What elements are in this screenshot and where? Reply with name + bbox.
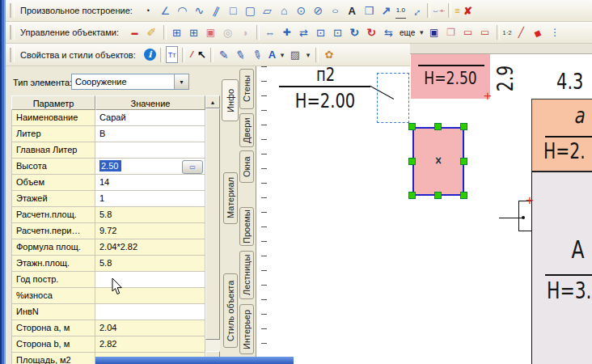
selection-handle[interactable]	[434, 123, 442, 130]
delete-draft-icon[interactable]: ✘	[463, 3, 473, 19]
value-cell[interactable]: 14	[95, 175, 205, 191]
mirror-object-icon[interactable]: ⇄	[296, 25, 311, 40]
rounded-rectangle-tool-icon[interactable]: ▢	[243, 3, 258, 19]
region-tool-icon[interactable]: ❒	[362, 3, 377, 19]
navy-square-icon[interactable]: ▣	[426, 25, 442, 40]
value-cell[interactable]	[95, 304, 205, 320]
selection-handle[interactable]	[460, 158, 467, 165]
polygon-tool-icon[interactable]: ⌂	[277, 3, 292, 19]
rotate-icon[interactable]: ↻	[347, 25, 362, 40]
arrow-tool-icon[interactable]: ↗	[378, 3, 394, 19]
tab-material[interactable]: Материал	[223, 172, 238, 224]
height-input-button[interactable]: ▭	[182, 160, 203, 174]
tab-okna[interactable]: Окна	[239, 150, 254, 183]
tab-proemy[interactable]: Проемы	[239, 207, 254, 246]
curve-tool-icon[interactable]: ∿	[192, 3, 207, 19]
merge-right-icon[interactable]: ⊞	[186, 25, 201, 40]
hatch-style-icon[interactable]: ▨	[287, 47, 302, 62]
pencil-style-icon[interactable]: ✎	[216, 47, 231, 62]
info-icon[interactable]: i	[144, 49, 156, 61]
arc-tool-icon[interactable]: ◠	[175, 3, 190, 19]
select-frame-icon[interactable]: ⊡	[313, 25, 328, 40]
combobox-dropdown-icon[interactable]: ▼	[174, 74, 188, 89]
more-dropdown-icon[interactable]: ▾	[418, 25, 425, 40]
length-tool-icon[interactable]: ▬	[127, 25, 142, 40]
circles-gray2-icon[interactable]: ◑	[237, 25, 252, 40]
tab-label: Проемы	[242, 210, 252, 243]
dashed-rect2-icon[interactable]: ▭	[477, 25, 493, 40]
element-type-combobox[interactable]: Сооружение ▼	[71, 74, 189, 90]
table-scrollbar[interactable]: ▲ ▼	[205, 95, 220, 364]
merge-left-icon[interactable]: ⊞	[169, 25, 184, 40]
circle-center-tool-icon[interactable]: ⊙	[294, 3, 309, 19]
swap-icon[interactable]: ⇆	[381, 25, 396, 40]
value-cell[interactable]: 5.8	[95, 207, 205, 223]
value-cell[interactable]: 9.72	[95, 223, 205, 239]
rectangle-tool-icon[interactable]: □	[226, 3, 241, 19]
panel-splitter[interactable]	[256, 66, 258, 364]
select-frame2-icon[interactable]: ⊡	[330, 25, 345, 40]
polyline-tool-icon[interactable]: ∠	[158, 3, 173, 19]
building-object-big-a[interactable]	[531, 171, 592, 364]
toolbar-grip[interactable]	[10, 25, 15, 40]
value-cell-selected[interactable]: 2.50 ▭	[95, 159, 205, 175]
scrollbar-thumb[interactable]	[205, 108, 220, 340]
font-style-dropdown-icon[interactable]: ▾	[278, 47, 285, 62]
clipped-icon[interactable]: ⋮	[548, 25, 563, 40]
value-cell[interactable]: В	[95, 126, 205, 142]
pick-style-cursor-icon[interactable]: ↖	[197, 47, 206, 62]
resize-tool-icon[interactable]: ↔	[404, 0, 426, 21]
selection-handle[interactable]	[408, 192, 416, 199]
overlap-rects-icon[interactable]: ❐	[443, 25, 459, 40]
hatch-style-dropdown-icon[interactable]: ▾	[304, 47, 311, 62]
ruler-icon[interactable]: ✐	[144, 25, 159, 40]
value-cell[interactable]	[95, 142, 205, 159]
numbering-icon[interactable]: 1·2	[502, 25, 512, 40]
tab-interer[interactable]: Интерьер	[239, 304, 254, 354]
selection-handle[interactable]	[434, 192, 442, 199]
parallel-lines-tool-icon[interactable]: ∥	[206, 0, 226, 20]
header-value[interactable]: Значение	[95, 95, 205, 110]
point-tool-icon[interactable]: •	[141, 3, 156, 19]
value-cell[interactable]: 1	[95, 191, 205, 207]
separator	[315, 48, 319, 62]
red-diamond-icon[interactable]: ◆	[528, 23, 548, 42]
tab-stil-obekta[interactable]: Стиль объекта	[223, 273, 238, 348]
text-style-icon[interactable]: Тт	[166, 46, 179, 63]
ellipse-tool-icon[interactable]: ○	[328, 6, 343, 16]
tab-info[interactable]: Инфо	[222, 79, 239, 121]
text-tool-icon[interactable]: A	[345, 3, 360, 19]
pencil-style3-icon[interactable]: ✎	[247, 44, 269, 66]
header-param[interactable]: Параметр	[11, 95, 95, 110]
scroll-up-icon[interactable]: ▲	[205, 95, 220, 108]
resize-object-icon[interactable]: ⇔	[262, 25, 277, 40]
rotate-selection-icon[interactable]: ↻	[364, 25, 379, 40]
value-cell[interactable]: 2.04	[95, 320, 205, 336]
tab-steny[interactable]: Стены	[239, 69, 254, 109]
selection-handle[interactable]	[460, 192, 467, 199]
height-value-selected[interactable]: 2.50	[99, 160, 121, 171]
pink-square-icon[interactable]: ▣	[203, 25, 218, 40]
font-style-icon[interactable]: A	[267, 47, 277, 62]
more-button[interactable]: еще	[398, 25, 417, 40]
selection-handle[interactable]	[408, 123, 416, 130]
toolbar-grip[interactable]	[10, 3, 15, 18]
edit-node-tool-icon[interactable]: ∙–∙	[433, 3, 438, 19]
palette-icon[interactable]: ✿	[321, 47, 336, 62]
selection-handle[interactable]	[460, 123, 467, 130]
tab-dveri[interactable]: Двери	[239, 113, 254, 147]
dimension-line-icon[interactable]: ╱	[514, 25, 529, 40]
selection-handle[interactable]	[408, 158, 416, 165]
value-cell[interactable]: 2.82	[95, 336, 205, 353]
parallelogram-tool-icon[interactable]: ▱	[260, 3, 275, 19]
circle-diameter-tool-icon[interactable]: ⊘	[311, 3, 326, 19]
move-object-icon[interactable]: ✚	[279, 25, 294, 40]
value-cell[interactable]: Сарай	[95, 110, 205, 126]
value-cell[interactable]: 2.04*2.82	[95, 239, 205, 256]
tab-lestnitsy[interactable]: Лестницы	[239, 251, 254, 299]
add-node-tool-icon[interactable]: ∙+∙	[439, 3, 444, 19]
circles-gray-icon[interactable]: ◎	[220, 25, 235, 40]
value-cell[interactable]: 5.8	[95, 256, 205, 272]
dashed-rect-icon[interactable]: ▭	[460, 25, 476, 40]
toolbar-grip[interactable]	[10, 48, 15, 62]
